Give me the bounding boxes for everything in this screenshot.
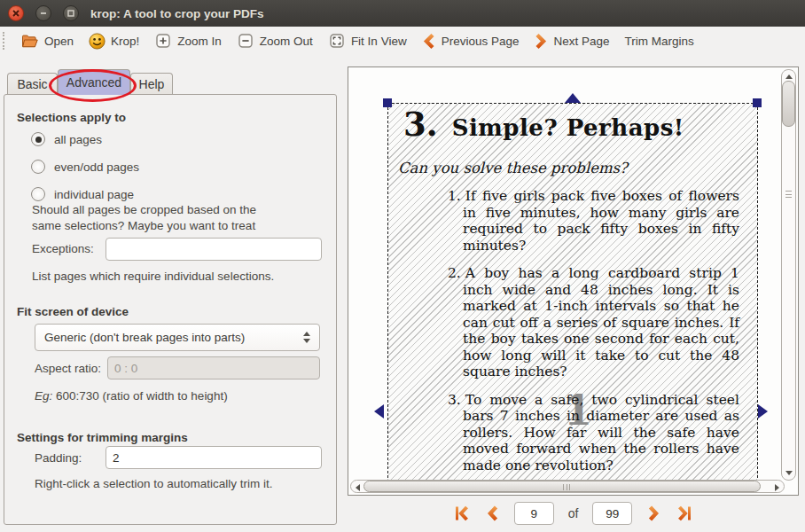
toolbar-drag-handle[interactable] <box>3 32 5 50</box>
zoom-out-icon <box>237 32 254 50</box>
trim-margins-label: Trim Margins <box>625 35 694 48</box>
fit-in-view-label: Fit In View <box>351 35 407 48</box>
horizontal-scrollbar-thumb[interactable] <box>363 481 761 492</box>
zoom-out-label: Zoom Out <box>260 35 313 48</box>
clipped-help-text: Should all pages be cropped based on the… <box>32 206 324 232</box>
vertical-scrollbar-thumb[interactable] <box>782 81 795 127</box>
smiley-icon <box>89 33 106 50</box>
scroll-up-arrow-icon[interactable] <box>785 74 793 79</box>
close-button[interactable] <box>8 5 24 21</box>
next-page-nav-button[interactable] <box>645 504 662 523</box>
padding-input[interactable] <box>106 446 322 469</box>
krop-button[interactable]: Krop! <box>89 33 139 50</box>
radio-individual-label: individual page <box>54 188 134 201</box>
clipped-help-line1: Should all pages be cropped based on the <box>32 206 324 218</box>
exceptions-label: Exceptions: <box>32 242 94 255</box>
selection-handle-top-left[interactable] <box>383 98 392 107</box>
zoom-out-button[interactable]: Zoom Out <box>237 32 313 50</box>
device-select-value: Generic (don't break pages into parts) <box>44 331 245 344</box>
scroll-left-arrow-icon[interactable] <box>356 484 360 491</box>
open-label: Open <box>44 35 74 48</box>
titlebar: krop: A tool to crop your PDFs <box>0 0 805 27</box>
radio-individual-page[interactable]: individual page <box>31 187 134 201</box>
radio-all-pages[interactable]: all pages <box>31 132 102 146</box>
horizontal-scrollbar-grip <box>563 484 570 490</box>
tab-basic-label: Basic <box>17 77 47 91</box>
first-page-button[interactable] <box>452 504 472 523</box>
radio-even-odd-label: even/odd pages <box>54 160 139 174</box>
pager-of-label: of <box>568 506 579 520</box>
close-icon <box>12 9 20 18</box>
radio-all-pages-label: all pages <box>54 133 102 146</box>
clipped-help-line2: same selections? Maybe you want to treat <box>32 218 324 232</box>
fit-in-view-button[interactable]: Fit In View <box>328 32 407 50</box>
tab-help[interactable]: Help <box>130 73 173 95</box>
maximize-icon <box>66 9 75 18</box>
zoom-in-label: Zoom In <box>177 35 222 48</box>
trim-settings-heading: Settings for trimming margins <box>17 431 188 444</box>
spinner-arrows-icon <box>303 332 310 343</box>
scroll-right-arrow-icon[interactable] <box>775 484 779 491</box>
selections-heading: Selections apply to <box>17 111 126 124</box>
crop-selection[interactable] <box>387 103 758 482</box>
vertical-scrollbar[interactable] <box>781 69 796 481</box>
chevron-right-icon <box>534 33 548 50</box>
tab-advanced[interactable]: Advanced <box>58 69 130 95</box>
radio-icon <box>31 160 45 174</box>
previous-page-label: Previous Page <box>442 35 520 48</box>
next-page-label: Next Page <box>553 35 609 48</box>
radio-even-odd-pages[interactable]: even/odd pages <box>31 160 139 174</box>
horizontal-scrollbar[interactable] <box>350 480 785 493</box>
maximize-button[interactable] <box>63 5 79 21</box>
selection-handle-left-middle[interactable] <box>374 404 384 419</box>
radio-icon <box>31 132 45 146</box>
device-select[interactable]: Generic (don't break pages into parts) <box>35 324 320 351</box>
pdf-preview: 1 3. Simple? Perhaps! Can you solve thes… <box>348 66 799 496</box>
next-page-button[interactable]: Next Page <box>534 33 609 50</box>
krop-label: Krop! <box>111 35 139 48</box>
advanced-panel: Selections apply to all pages even/odd p… <box>4 94 337 525</box>
tab-basic[interactable]: Basic <box>7 73 58 95</box>
scroll-down-arrow-icon[interactable] <box>785 471 793 475</box>
aspect-hint-prefix: Eg: <box>35 389 52 403</box>
current-page-input[interactable] <box>514 502 554 525</box>
previous-page-nav-button[interactable] <box>484 504 502 523</box>
aspect-ratio-hint: Eg: 600:730 (ratio of width to height) <box>35 389 228 403</box>
minimize-icon <box>39 9 48 18</box>
last-page-button[interactable] <box>675 504 694 523</box>
toolbar: Open Krop! Zoom In Zoom Out <box>0 27 805 55</box>
aspect-hint-text: 600:730 (ratio of width to height) <box>52 389 227 403</box>
zoom-in-button[interactable]: Zoom In <box>154 32 222 50</box>
open-button[interactable]: Open <box>20 32 74 50</box>
vertical-scrollbar-grip <box>785 191 792 198</box>
fit-screen-heading: Fit screen of device <box>17 305 129 318</box>
folder-open-icon <box>20 32 39 50</box>
selection-handle-top-middle[interactable] <box>565 93 581 103</box>
minimize-button[interactable] <box>35 5 51 21</box>
zoom-in-icon <box>154 32 172 50</box>
total-pages-input[interactable] <box>592 502 632 525</box>
radio-icon <box>31 187 45 201</box>
exceptions-input[interactable] <box>106 238 322 261</box>
aspect-ratio-input <box>107 356 320 379</box>
fit-in-view-icon <box>328 32 346 50</box>
page-navigation: of <box>348 497 799 529</box>
chevron-left-icon <box>422 33 436 50</box>
selection-handle-right-middle[interactable] <box>758 404 768 419</box>
padding-label: Padding: <box>35 451 82 465</box>
aspect-ratio-label: Aspect ratio: <box>35 362 101 375</box>
trim-margins-button[interactable]: Trim Margins <box>625 35 694 48</box>
tab-help-label: Help <box>139 77 165 91</box>
trim-hint: Right-click a selection to automatically… <box>35 477 273 490</box>
previous-page-button[interactable]: Previous Page <box>422 33 520 50</box>
window-title: krop: A tool to crop your PDFs <box>90 7 264 20</box>
exceptions-hint: List pages which require individual sele… <box>32 270 274 283</box>
tab-advanced-label: Advanced <box>66 75 121 90</box>
selection-handle-top-right[interactable] <box>753 98 762 107</box>
